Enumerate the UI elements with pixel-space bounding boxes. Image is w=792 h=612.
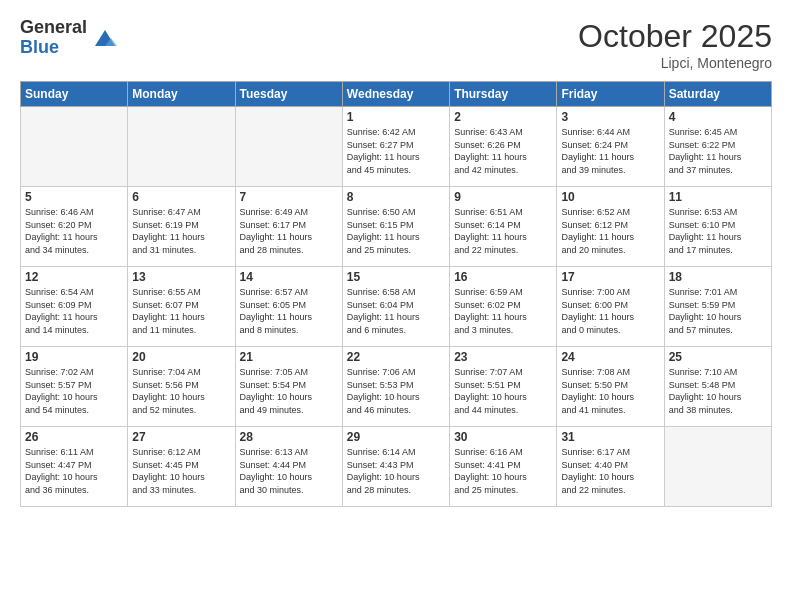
day-number: 13 (132, 270, 230, 284)
day-header-row: SundayMondayTuesdayWednesdayThursdayFrid… (21, 82, 772, 107)
week-row-1: 5Sunrise: 6:46 AM Sunset: 6:20 PM Daylig… (21, 187, 772, 267)
logo: General Blue (20, 18, 119, 58)
title-block: October 2025 Lipci, Montenegro (578, 18, 772, 71)
calendar-cell: 25Sunrise: 7:10 AM Sunset: 5:48 PM Dayli… (664, 347, 771, 427)
day-info: Sunrise: 6:49 AM Sunset: 6:17 PM Dayligh… (240, 206, 338, 256)
day-info: Sunrise: 6:17 AM Sunset: 4:40 PM Dayligh… (561, 446, 659, 496)
day-number: 3 (561, 110, 659, 124)
week-row-3: 19Sunrise: 7:02 AM Sunset: 5:57 PM Dayli… (21, 347, 772, 427)
calendar-page: General Blue October 2025 Lipci, Montene… (0, 0, 792, 612)
day-info: Sunrise: 6:42 AM Sunset: 6:27 PM Dayligh… (347, 126, 445, 176)
calendar-cell: 9Sunrise: 6:51 AM Sunset: 6:14 PM Daylig… (450, 187, 557, 267)
day-info: Sunrise: 7:00 AM Sunset: 6:00 PM Dayligh… (561, 286, 659, 336)
week-row-2: 12Sunrise: 6:54 AM Sunset: 6:09 PM Dayli… (21, 267, 772, 347)
calendar-cell: 5Sunrise: 6:46 AM Sunset: 6:20 PM Daylig… (21, 187, 128, 267)
page-header: General Blue October 2025 Lipci, Montene… (20, 18, 772, 71)
day-header-saturday: Saturday (664, 82, 771, 107)
calendar-header: SundayMondayTuesdayWednesdayThursdayFrid… (21, 82, 772, 107)
day-number: 17 (561, 270, 659, 284)
day-info: Sunrise: 6:55 AM Sunset: 6:07 PM Dayligh… (132, 286, 230, 336)
day-info: Sunrise: 6:50 AM Sunset: 6:15 PM Dayligh… (347, 206, 445, 256)
calendar-cell: 11Sunrise: 6:53 AM Sunset: 6:10 PM Dayli… (664, 187, 771, 267)
day-info: Sunrise: 6:43 AM Sunset: 6:26 PM Dayligh… (454, 126, 552, 176)
day-number: 25 (669, 350, 767, 364)
calendar-cell (664, 427, 771, 507)
calendar-cell: 26Sunrise: 6:11 AM Sunset: 4:47 PM Dayli… (21, 427, 128, 507)
calendar-cell: 28Sunrise: 6:13 AM Sunset: 4:44 PM Dayli… (235, 427, 342, 507)
day-number: 22 (347, 350, 445, 364)
day-header-sunday: Sunday (21, 82, 128, 107)
day-number: 9 (454, 190, 552, 204)
calendar-cell: 29Sunrise: 6:14 AM Sunset: 4:43 PM Dayli… (342, 427, 449, 507)
day-info: Sunrise: 6:46 AM Sunset: 6:20 PM Dayligh… (25, 206, 123, 256)
day-number: 21 (240, 350, 338, 364)
calendar-cell: 10Sunrise: 6:52 AM Sunset: 6:12 PM Dayli… (557, 187, 664, 267)
day-number: 5 (25, 190, 123, 204)
calendar-cell: 1Sunrise: 6:42 AM Sunset: 6:27 PM Daylig… (342, 107, 449, 187)
calendar-cell: 22Sunrise: 7:06 AM Sunset: 5:53 PM Dayli… (342, 347, 449, 427)
day-info: Sunrise: 7:01 AM Sunset: 5:59 PM Dayligh… (669, 286, 767, 336)
day-info: Sunrise: 6:16 AM Sunset: 4:41 PM Dayligh… (454, 446, 552, 496)
day-info: Sunrise: 6:59 AM Sunset: 6:02 PM Dayligh… (454, 286, 552, 336)
day-info: Sunrise: 6:57 AM Sunset: 6:05 PM Dayligh… (240, 286, 338, 336)
day-number: 24 (561, 350, 659, 364)
day-info: Sunrise: 6:45 AM Sunset: 6:22 PM Dayligh… (669, 126, 767, 176)
calendar-cell: 21Sunrise: 7:05 AM Sunset: 5:54 PM Dayli… (235, 347, 342, 427)
logo-icon (91, 24, 119, 52)
calendar-cell: 15Sunrise: 6:58 AM Sunset: 6:04 PM Dayli… (342, 267, 449, 347)
calendar-cell (235, 107, 342, 187)
calendar-cell: 12Sunrise: 6:54 AM Sunset: 6:09 PM Dayli… (21, 267, 128, 347)
day-number: 1 (347, 110, 445, 124)
day-info: Sunrise: 7:05 AM Sunset: 5:54 PM Dayligh… (240, 366, 338, 416)
logo-general-text: General (20, 18, 87, 38)
day-number: 14 (240, 270, 338, 284)
day-number: 16 (454, 270, 552, 284)
day-number: 30 (454, 430, 552, 444)
day-number: 19 (25, 350, 123, 364)
week-row-0: 1Sunrise: 6:42 AM Sunset: 6:27 PM Daylig… (21, 107, 772, 187)
day-info: Sunrise: 6:54 AM Sunset: 6:09 PM Dayligh… (25, 286, 123, 336)
calendar-cell: 2Sunrise: 6:43 AM Sunset: 6:26 PM Daylig… (450, 107, 557, 187)
day-info: Sunrise: 7:04 AM Sunset: 5:56 PM Dayligh… (132, 366, 230, 416)
calendar-cell: 13Sunrise: 6:55 AM Sunset: 6:07 PM Dayli… (128, 267, 235, 347)
calendar-cell: 20Sunrise: 7:04 AM Sunset: 5:56 PM Dayli… (128, 347, 235, 427)
calendar-body: 1Sunrise: 6:42 AM Sunset: 6:27 PM Daylig… (21, 107, 772, 507)
day-info: Sunrise: 6:12 AM Sunset: 4:45 PM Dayligh… (132, 446, 230, 496)
location: Lipci, Montenegro (578, 55, 772, 71)
day-number: 8 (347, 190, 445, 204)
calendar-cell (128, 107, 235, 187)
day-number: 31 (561, 430, 659, 444)
calendar-cell (21, 107, 128, 187)
day-number: 6 (132, 190, 230, 204)
day-info: Sunrise: 6:14 AM Sunset: 4:43 PM Dayligh… (347, 446, 445, 496)
day-number: 18 (669, 270, 767, 284)
calendar-cell: 30Sunrise: 6:16 AM Sunset: 4:41 PM Dayli… (450, 427, 557, 507)
week-row-4: 26Sunrise: 6:11 AM Sunset: 4:47 PM Dayli… (21, 427, 772, 507)
calendar-cell: 23Sunrise: 7:07 AM Sunset: 5:51 PM Dayli… (450, 347, 557, 427)
day-info: Sunrise: 7:06 AM Sunset: 5:53 PM Dayligh… (347, 366, 445, 416)
day-header-monday: Monday (128, 82, 235, 107)
calendar-table: SundayMondayTuesdayWednesdayThursdayFrid… (20, 81, 772, 507)
day-number: 29 (347, 430, 445, 444)
day-header-tuesday: Tuesday (235, 82, 342, 107)
day-number: 27 (132, 430, 230, 444)
day-info: Sunrise: 6:52 AM Sunset: 6:12 PM Dayligh… (561, 206, 659, 256)
month-title: October 2025 (578, 18, 772, 55)
calendar-cell: 19Sunrise: 7:02 AM Sunset: 5:57 PM Dayli… (21, 347, 128, 427)
day-number: 2 (454, 110, 552, 124)
day-number: 20 (132, 350, 230, 364)
day-info: Sunrise: 6:11 AM Sunset: 4:47 PM Dayligh… (25, 446, 123, 496)
day-info: Sunrise: 6:53 AM Sunset: 6:10 PM Dayligh… (669, 206, 767, 256)
day-info: Sunrise: 6:47 AM Sunset: 6:19 PM Dayligh… (132, 206, 230, 256)
day-info: Sunrise: 6:58 AM Sunset: 6:04 PM Dayligh… (347, 286, 445, 336)
calendar-cell: 18Sunrise: 7:01 AM Sunset: 5:59 PM Dayli… (664, 267, 771, 347)
calendar-cell: 8Sunrise: 6:50 AM Sunset: 6:15 PM Daylig… (342, 187, 449, 267)
day-header-wednesday: Wednesday (342, 82, 449, 107)
day-number: 23 (454, 350, 552, 364)
day-info: Sunrise: 6:44 AM Sunset: 6:24 PM Dayligh… (561, 126, 659, 176)
day-number: 7 (240, 190, 338, 204)
day-header-thursday: Thursday (450, 82, 557, 107)
calendar-cell: 27Sunrise: 6:12 AM Sunset: 4:45 PM Dayli… (128, 427, 235, 507)
calendar-cell: 24Sunrise: 7:08 AM Sunset: 5:50 PM Dayli… (557, 347, 664, 427)
day-number: 28 (240, 430, 338, 444)
